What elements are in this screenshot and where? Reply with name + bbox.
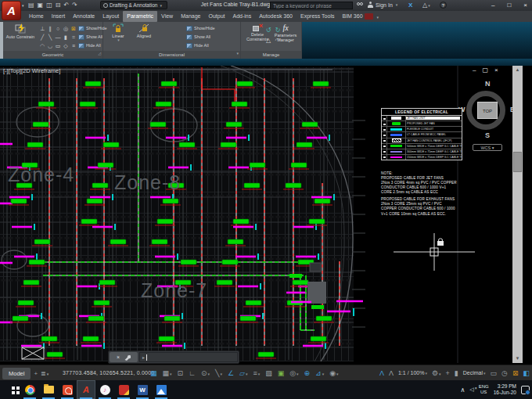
tab-bim-360[interactable]: BIM 360 <box>338 11 366 22</box>
customize-wrench-icon[interactable] <box>124 354 131 361</box>
tab-express-tools[interactable]: Express Tools <box>297 11 338 22</box>
coincident-icon[interactable]: ◠ <box>38 41 46 50</box>
lineweight-icon[interactable]: ≡▾ <box>253 365 260 382</box>
red-app-icon[interactable] <box>114 380 133 399</box>
annotation-monitor-icon[interactable]: ◉▾ <box>329 365 338 382</box>
exchange-apps-icon[interactable]: X <box>408 2 412 9</box>
block-icon[interactable]: ▭ <box>54 41 62 50</box>
viewport-restore-button[interactable]: ▢ <box>482 66 488 74</box>
close-icon[interactable]: × <box>117 354 120 360</box>
tab-manage[interactable]: Manage <box>177 11 204 22</box>
equal-icon[interactable]: = <box>70 33 77 41</box>
viewcube-north[interactable]: N <box>485 80 491 88</box>
panel-label-manage[interactable]: Manage <box>241 51 301 59</box>
word-icon[interactable]: W <box>133 380 152 399</box>
symmetric-icon[interactable]: ◡ <box>46 41 54 50</box>
scroll-up-arrow[interactable]: ▲ <box>512 66 523 74</box>
workspace-selector[interactable]: Drafting & Annotation ▾ <box>100 1 167 9</box>
language-indicator[interactable]: ENG US <box>479 384 489 396</box>
dynamic-ucs-icon[interactable]: ⊕ <box>304 365 311 381</box>
viewcube-top-face[interactable]: TOP <box>477 102 498 119</box>
autocad-icon[interactable]: A <box>77 380 95 399</box>
concentric-icon[interactable]: ◎ <box>62 24 70 33</box>
window-minimize-button[interactable]: – <box>491 0 494 10</box>
help-icon[interactable]: ? <box>440 2 447 9</box>
vertical-icon[interactable]: ▮ <box>62 33 70 41</box>
osnap-3d-icon[interactable]: ◎▾ <box>289 365 298 382</box>
snap-mode-icon[interactable]: ▦▾ <box>163 365 172 382</box>
lines-icon[interactable]: ≡ <box>70 41 77 50</box>
selection-cycling-icon[interactable]: ▣ <box>278 365 285 381</box>
chevron-down-icon[interactable]: ▾ <box>236 49 239 57</box>
tab-add-ins[interactable]: Add-ins <box>228 11 255 22</box>
clock-icon[interactable]: ◷ <box>501 365 508 381</box>
volume-muted-icon[interactable]: ◁ <box>469 386 473 393</box>
featured-apps-icon[interactable]: ▾ <box>365 13 373 20</box>
tab-layout[interactable]: Layout <box>99 11 123 22</box>
tab-parametric[interactable]: Parametric <box>123 11 157 22</box>
polar-tracking-icon[interactable]: ⊙▾ <box>201 365 210 382</box>
notification-center-icon[interactable] <box>521 386 530 394</box>
perpendicular-icon[interactable]: ⊥ <box>38 24 46 33</box>
search-input[interactable] <box>270 2 353 9</box>
horizontal-icon[interactable]: — <box>54 33 62 41</box>
object-snap-icon[interactable]: ▱▾ <box>239 365 247 382</box>
redo-icon[interactable]: ↷ <box>72 1 77 10</box>
infer-constraints-icon[interactable]: ⊡ <box>178 365 184 381</box>
drawing-area[interactable]: Zone-4 Zone-8 Zone-7 [-][Top][2D Wirefra… <box>0 66 532 365</box>
customize-icon[interactable]: + <box>446 365 450 381</box>
window-maximize-button[interactable]: □ <box>507 0 511 10</box>
file-explorer-icon[interactable] <box>39 380 58 399</box>
workspace-switching-icon[interactable]: ⚙▾ <box>432 365 441 382</box>
window-close-button[interactable]: × <box>523 0 527 10</box>
scroll-down-arrow[interactable]: ▼ <box>512 354 523 363</box>
plot-icon[interactable]: ⊟ <box>56 1 61 10</box>
show-all-button[interactable]: Show All <box>186 33 215 41</box>
diamond-icon[interactable]: ◇ <box>62 41 70 50</box>
show-hide-button[interactable]: Show/Hide <box>186 24 215 32</box>
isodraft-icon[interactable]: ╲▾ <box>215 365 222 382</box>
photos-icon[interactable] <box>152 380 171 399</box>
itunes-icon[interactable]: ♪ <box>95 380 114 399</box>
tab-autodesk-360[interactable]: Autodesk 360 <box>255 11 297 22</box>
viewcube[interactable]: N W E S TOP WCS ▾ <box>458 80 516 152</box>
new-file-icon[interactable]: ▤ <box>28 1 34 10</box>
tab-annotate[interactable]: Annotate <box>69 11 99 22</box>
ortho-mode-icon[interactable]: ∟ <box>189 365 196 381</box>
hide-all-button[interactable]: Hide All <box>186 41 215 49</box>
aligned-dimension-button[interactable]: Aligned <box>131 23 156 38</box>
tab-home[interactable]: Home <box>25 11 48 22</box>
save-icon[interactable]: ◫ <box>46 1 52 10</box>
viewport-close-button[interactable]: × <box>494 66 498 74</box>
a360-icon[interactable]: △▾ <box>422 2 430 9</box>
scrollbar-thumb[interactable] <box>513 152 522 172</box>
units-control[interactable]: Decimal▾ <box>463 365 486 381</box>
delete-constraints-button[interactable]: × Delete Constraints <box>244 23 271 42</box>
viewcube-south[interactable]: S <box>485 131 490 139</box>
clean-screen-icon[interactable]: ▭ <box>491 365 498 381</box>
tray-expand-icon[interactable]: ∧ <box>460 386 465 394</box>
collinear-icon[interactable]: ╱ <box>38 33 46 41</box>
wcs-selector[interactable]: WCS ▾ <box>473 144 502 151</box>
tangent-icon[interactable]: ○ <box>54 24 62 33</box>
linear-dimension-button[interactable]: Linear ▾ <box>106 23 130 43</box>
parameters-manager-button[interactable]: fx Parameters Manager <box>272 23 299 43</box>
dialog-launcher-icon[interactable]: ◿ <box>98 49 101 57</box>
parallel-icon[interactable]: ∥ <box>46 24 54 33</box>
viewcube-east[interactable]: E <box>510 106 515 113</box>
sign-in-button[interactable]: Sign In ▾ <box>368 2 397 8</box>
logo-dropdown-icon[interactable]: ▾ <box>22 3 24 8</box>
panel-label-geometric[interactable]: Geometric ◿ <box>3 51 102 59</box>
annotation-visibility-icon[interactable]: Λ <box>379 365 384 381</box>
osnap-tracking-icon[interactable]: ∠ <box>228 365 234 381</box>
undo-icon[interactable]: ↶ <box>63 1 69 10</box>
chrome-icon[interactable] <box>20 380 39 399</box>
viewport-controls[interactable]: [-][Top][2D Wireframe] <box>3 67 60 74</box>
open-icon[interactable]: ▣ <box>38 1 44 10</box>
fix-icon[interactable]: ⊠ <box>70 24 77 33</box>
auto-constrain-button[interactable]: Auto Constrain <box>5 23 36 39</box>
tab-insert[interactable]: Insert <box>48 11 70 22</box>
dynamic-input-icon[interactable]: ⊿▾ <box>315 365 324 382</box>
lock-ui-icon[interactable]: ⊠ <box>512 365 519 381</box>
performance-icon[interactable]: ◧ <box>523 365 530 381</box>
